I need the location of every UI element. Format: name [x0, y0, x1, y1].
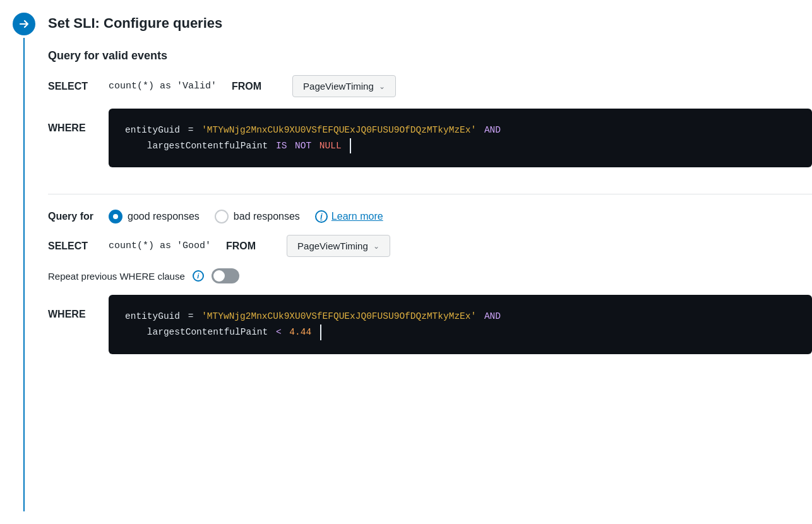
query-for-row: Query for good responses bad responses i…	[48, 210, 812, 223]
code-entityguid: entityGuid	[125, 122, 180, 138]
valid-from-label: FROM	[232, 81, 282, 92]
learn-more-text: Learn more	[331, 211, 383, 222]
response-radio-group: good responses bad responses i Learn mor…	[109, 210, 383, 223]
step-indicator	[13, 13, 35, 511]
valid-code-line-2: largestContentfulPaint IS NOT NULL	[125, 138, 796, 154]
good-code-line-1: entityGuid = 'MTYwNjg2MnxCUk9XU0VSfEFQUE…	[125, 309, 796, 325]
valid-select-row: SELECT count(*) as 'Valid' FROM PageView…	[48, 75, 812, 97]
bad-responses-radio[interactable]	[215, 210, 229, 223]
valid-where-row: WHERE entityGuid = 'MTYwNjg2MnxCUk9XU0VS…	[48, 109, 812, 179]
good-code-line-2: largestContentfulPaint < 4.44	[125, 325, 796, 340]
good-select-row: SELECT count(*) as 'Good' FROM PageViewT…	[48, 235, 812, 257]
good-where-row: WHERE entityGuid = 'MTYwNjg2MnxCUk9XU0VS…	[48, 295, 812, 365]
toggle-knob	[213, 270, 225, 282]
valid-code-line-1: entityGuid = 'MTYwNjg2MnxCUk9XU0VSfEFQUE…	[125, 122, 796, 138]
info-icon: i	[315, 210, 328, 223]
step-circle	[13, 13, 35, 35]
good-where-label: WHERE	[48, 295, 99, 320]
valid-from-dropdown[interactable]: PageViewTiming ⌄	[292, 75, 396, 97]
valid-where-editor[interactable]: entityGuid = 'MTYwNjg2MnxCUk9XU0VSfEFQUE…	[109, 109, 812, 167]
step-line	[23, 38, 25, 511]
section-title: Set SLI: Configure queries	[48, 15, 812, 32]
bad-responses-option[interactable]: bad responses	[215, 210, 300, 223]
section-divider	[48, 194, 812, 194]
code-entityguid-2: entityGuid	[125, 309, 180, 325]
code-guid-value-2: 'MTYwNjg2MnxCUk9XU0VSfEFQUExJQ0FUSU9OfDQ…	[201, 309, 476, 325]
repeat-clause-label: Repeat previous WHERE clause	[48, 271, 185, 282]
valid-select-label: SELECT	[48, 81, 99, 92]
good-select-value: count(*) as 'Good'	[109, 241, 211, 251]
good-from-dropdown[interactable]: PageViewTiming ⌄	[287, 235, 390, 257]
valid-where-label: WHERE	[48, 109, 99, 134]
repeat-clause-row: Repeat previous WHERE clause i	[48, 268, 812, 283]
valid-events-title: Query for valid events	[48, 49, 812, 63]
repeat-clause-toggle[interactable]	[212, 268, 239, 283]
good-from-label: FROM	[226, 241, 277, 252]
query-for-label: Query for	[48, 211, 99, 222]
content-area: Set SLI: Configure queries Query for val…	[48, 13, 812, 511]
repeat-info-icon: i	[193, 270, 204, 282]
valid-from-chevron-icon: ⌄	[379, 82, 385, 91]
good-select-label: SELECT	[48, 241, 99, 252]
good-from-chevron-icon: ⌄	[373, 242, 379, 251]
learn-more-link[interactable]: i Learn more	[315, 210, 383, 223]
good-responses-label: good responses	[128, 211, 200, 222]
code-guid-value: 'MTYwNjg2MnxCUk9XU0VSfEFQUExJQ0FUSU9OfDQ…	[201, 122, 476, 138]
good-where-editor[interactable]: entityGuid = 'MTYwNjg2MnxCUk9XU0VSfEFQUE…	[109, 295, 812, 354]
bad-responses-label: bad responses	[234, 211, 300, 222]
good-responses-radio[interactable]	[109, 210, 122, 223]
valid-select-value: count(*) as 'Valid'	[109, 81, 217, 92]
good-responses-option[interactable]: good responses	[109, 210, 200, 223]
